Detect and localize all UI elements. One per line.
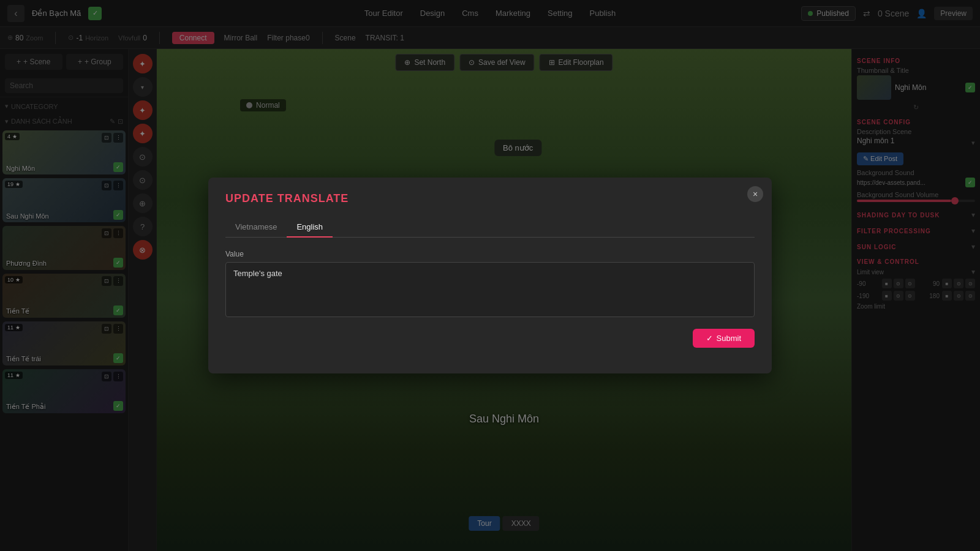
tab-english[interactable]: English (287, 217, 333, 238)
value-field-label: Value (225, 250, 755, 258)
value-textarea[interactable]: Temple's gate (225, 262, 755, 317)
modal-title: UPDATE TRANSLATE (225, 192, 755, 205)
modal-tabs: Vietnamese English (225, 217, 755, 238)
modal-footer: ✓ Submit (225, 329, 755, 348)
submit-button[interactable]: ✓ Submit (693, 329, 755, 348)
submit-label: Submit (717, 334, 741, 343)
submit-check-icon: ✓ (706, 334, 713, 343)
tab-vietnamese-label: Vietnamese (235, 222, 277, 231)
update-translate-modal: UPDATE TRANSLATE × Vietnamese English Va… (208, 178, 772, 373)
tab-english-label: English (296, 222, 323, 231)
modal-close-button[interactable]: × (747, 186, 763, 202)
tab-vietnamese[interactable]: Vietnamese (225, 217, 287, 238)
